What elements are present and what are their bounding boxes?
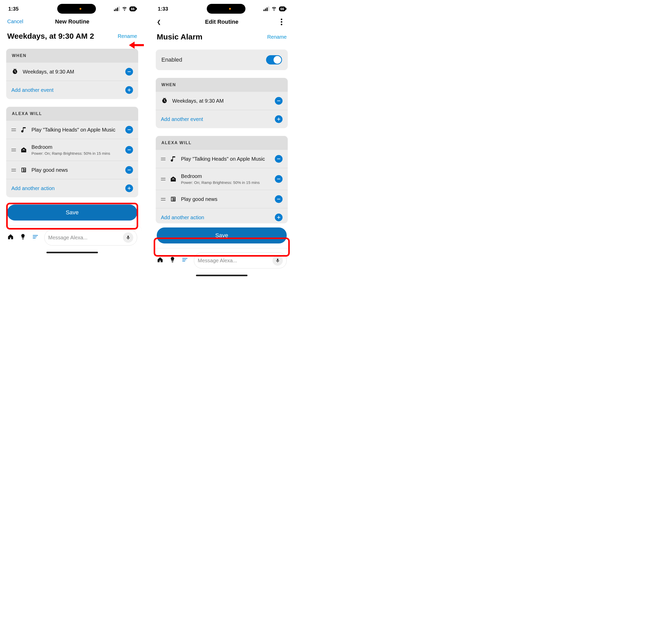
svg-marker-9 <box>129 42 135 49</box>
when-event-row[interactable]: Weekdays, at 9:30 AM <box>156 92 288 110</box>
add-event-button[interactable] <box>125 86 133 94</box>
action-row[interactable]: Play "Talking Heads" on Apple Music <box>6 121 138 139</box>
remove-event-button[interactable] <box>275 97 283 105</box>
dynamic-island <box>57 4 96 14</box>
drag-handle-icon[interactable] <box>161 158 166 160</box>
remove-action-button[interactable] <box>125 166 133 174</box>
page-title: New Routine <box>3 18 142 25</box>
add-action-row[interactable]: Add another action <box>6 179 138 197</box>
wifi-icon <box>122 5 127 13</box>
cell-signal-icon <box>263 6 269 11</box>
drag-handle-icon[interactable] <box>161 198 166 200</box>
action-label: Play good news <box>181 196 271 202</box>
when-header: WHEN <box>156 78 288 92</box>
drag-handle-icon[interactable] <box>161 178 166 180</box>
add-action-button[interactable] <box>125 184 133 192</box>
rename-button[interactable]: Rename <box>118 33 137 39</box>
add-event-label: Add another event <box>11 87 121 93</box>
when-event-label: Weekdays, at 9:30 AM <box>23 69 121 75</box>
action-label: Bedroom <box>181 173 271 179</box>
cell-signal-icon <box>114 6 120 11</box>
alexa-input[interactable]: Message Alexa... <box>44 230 137 246</box>
when-event-row[interactable]: Weekdays, at 9:30 AM <box>6 63 138 81</box>
home-indicator <box>196 275 248 276</box>
routine-name: Music Alarm <box>157 32 203 41</box>
remove-action-button[interactable] <box>275 175 283 183</box>
rename-button[interactable]: Rename <box>267 34 287 40</box>
actions-card: ALEXA WILL Play "Talking Heads" on Apple… <box>156 136 288 223</box>
svg-rect-13 <box>277 159 280 159</box>
action-row[interactable]: Play good news <box>156 190 288 208</box>
remove-action-button[interactable] <box>125 146 133 154</box>
remove-event-button[interactable] <box>125 68 133 75</box>
music-icon <box>170 156 177 162</box>
action-sublabel: Power: On; Ramp Brightness: 50% in 15 mi… <box>181 180 271 185</box>
drag-handle-icon[interactable] <box>11 149 16 151</box>
drag-handle-icon[interactable] <box>11 169 16 171</box>
overflow-button[interactable] <box>276 19 287 25</box>
action-row[interactable]: Bedroom Power: On; Ramp Brightness: 50% … <box>6 139 138 161</box>
svg-rect-7 <box>127 188 131 188</box>
bottom-bar: Message Alexa... <box>152 248 291 271</box>
lightbulb-icon[interactable] <box>169 256 176 264</box>
menu-icon[interactable] <box>182 256 188 264</box>
status-bar: 1:35 66 <box>3 3 142 15</box>
page-title: Edit Routine <box>152 19 291 25</box>
add-action-label: Add another action <box>11 185 121 191</box>
action-label: Play "Talking Heads" on Apple Music <box>31 127 121 133</box>
routine-title-row: Weekdays, at 9:30 AM 2 Rename <box>3 30 142 47</box>
svg-rect-10 <box>277 100 280 101</box>
drag-handle-icon[interactable] <box>11 129 16 131</box>
svg-rect-17 <box>277 217 280 218</box>
menu-icon[interactable] <box>32 233 39 242</box>
svg-rect-14 <box>277 179 280 179</box>
cancel-button[interactable]: Cancel <box>7 19 23 24</box>
phone-left: 1:35 66 Cancel New Routine Weekdays, at … <box>3 3 142 278</box>
wifi-icon <box>271 5 277 13</box>
alexa-input-placeholder: Message Alexa... <box>198 258 270 263</box>
alexa-input[interactable]: Message Alexa... <box>194 253 287 269</box>
action-sublabel: Power: On; Ramp Brightness: 50% in 15 mi… <box>31 151 121 156</box>
action-row[interactable]: Play good news <box>6 161 138 179</box>
smart-home-icon <box>20 146 27 153</box>
add-action-row[interactable]: Add another action <box>156 208 288 223</box>
routine-name: Weekdays, at 9:30 AM 2 <box>7 32 94 41</box>
home-icon[interactable] <box>157 256 163 264</box>
remove-action-button[interactable] <box>275 155 283 163</box>
nav-header: Cancel New Routine <box>3 15 142 30</box>
mic-button[interactable] <box>123 232 133 243</box>
kebab-icon <box>276 19 287 25</box>
add-action-label: Add another action <box>161 214 271 221</box>
add-event-row[interactable]: Add another event <box>6 81 138 99</box>
remove-action-button[interactable] <box>275 195 283 203</box>
dynamic-island <box>207 4 245 14</box>
add-action-button[interactable] <box>275 213 283 221</box>
remove-action-button[interactable] <box>125 126 133 134</box>
actions-header: ALEXA WILL <box>156 136 288 150</box>
back-button[interactable]: ❮ <box>157 20 167 24</box>
save-button[interactable]: Save <box>157 228 287 244</box>
home-indicator <box>46 252 98 253</box>
save-button[interactable]: Save <box>7 205 137 221</box>
svg-rect-2 <box>127 90 131 90</box>
add-event-button[interactable] <box>275 115 283 123</box>
phone-right: 1:33 66 ❮ Edit Routine Music Alarm Renam… <box>152 3 291 278</box>
add-event-label: Add another event <box>161 116 271 122</box>
mic-button[interactable] <box>273 255 283 266</box>
add-event-row[interactable]: Add another event <box>156 110 288 128</box>
status-bar: 1:33 66 <box>152 3 291 15</box>
action-label: Play good news <box>31 167 121 173</box>
enabled-row: Enabled <box>156 49 288 70</box>
lightbulb-icon[interactable] <box>20 233 26 242</box>
when-card: WHEN Weekdays, at 9:30 AM Add another ev… <box>156 78 288 128</box>
news-icon <box>170 196 177 203</box>
clock-icon <box>11 68 19 75</box>
svg-rect-15 <box>277 199 280 199</box>
annotation-arrow <box>129 40 144 50</box>
home-icon[interactable] <box>7 233 14 242</box>
action-row[interactable]: Bedroom Power: On; Ramp Brightness: 50% … <box>156 168 288 190</box>
action-row[interactable]: Play "Talking Heads" on Apple Music <box>156 150 288 168</box>
battery-icon: 66 <box>279 6 286 12</box>
enabled-toggle[interactable] <box>266 55 282 65</box>
when-card: WHEN Weekdays, at 9:30 AM Add another ev… <box>6 49 138 99</box>
